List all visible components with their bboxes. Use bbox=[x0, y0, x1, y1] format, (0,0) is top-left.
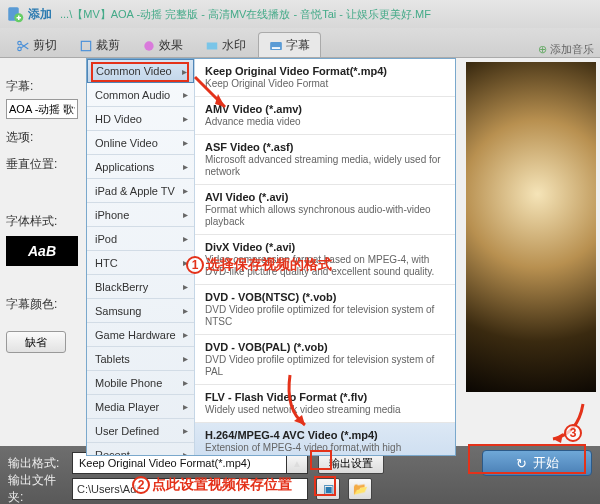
tab-subtitle[interactable]: 字幕 bbox=[258, 32, 321, 57]
format-category-list: Common Video▸Common Audio▸HD Video▸Onlin… bbox=[87, 59, 195, 455]
chevron-right-icon: ▸ bbox=[183, 137, 188, 148]
svg-point-2 bbox=[18, 41, 22, 45]
category-item[interactable]: iPad & Apple TV▸ bbox=[87, 179, 194, 203]
subtitle-label: 字幕: bbox=[6, 78, 78, 95]
category-item[interactable]: iPod▸ bbox=[87, 227, 194, 251]
category-item[interactable]: Samsung▸ bbox=[87, 299, 194, 323]
chevron-right-icon: ▸ bbox=[183, 377, 188, 388]
effect-icon bbox=[142, 39, 156, 53]
plus-music-icon: ⊕ bbox=[538, 43, 547, 56]
format-item[interactable]: AVI Video (*.avi)Format which allows syn… bbox=[195, 185, 455, 235]
subtitle-settings-panel: 字幕: 选项: 垂直位置: 字体样式: AaB 字幕颜色: 缺省 bbox=[0, 58, 84, 446]
chevron-right-icon: ▸ bbox=[183, 281, 188, 292]
category-item[interactable]: HTC▸ bbox=[87, 251, 194, 275]
format-item[interactable]: FLV - Flash Video Format (*.flv)Widely u… bbox=[195, 385, 455, 423]
chevron-right-icon: ▸ bbox=[182, 66, 187, 77]
subtitle-input[interactable] bbox=[6, 99, 78, 119]
category-item[interactable]: Common Audio▸ bbox=[87, 83, 194, 107]
svg-rect-8 bbox=[272, 47, 280, 49]
svg-rect-4 bbox=[81, 41, 90, 50]
font-sample: AaB bbox=[6, 236, 78, 266]
browse-folder-button[interactable]: ▣ bbox=[316, 478, 340, 500]
chevron-right-icon: ▸ bbox=[183, 401, 188, 412]
format-item[interactable]: AMV Video (*.amv)Advance media video bbox=[195, 97, 455, 135]
triangle-up-icon: ▲ bbox=[292, 458, 302, 469]
chevron-right-icon: ▸ bbox=[183, 113, 188, 124]
tab-cut[interactable]: 剪切 bbox=[6, 33, 67, 57]
chevron-right-icon: ▸ bbox=[183, 449, 188, 455]
open-folder-button[interactable]: 📂 bbox=[348, 478, 372, 500]
category-item[interactable]: Mobile Phone▸ bbox=[87, 371, 194, 395]
format-dropdown-panel: Common Video▸Common Audio▸HD Video▸Onlin… bbox=[86, 58, 456, 456]
category-item[interactable]: Game Hardware▸ bbox=[87, 323, 194, 347]
chevron-right-icon: ▸ bbox=[183, 353, 188, 364]
add-file-icon bbox=[6, 5, 24, 23]
subtitle-icon bbox=[269, 39, 283, 53]
tab-watermark[interactable]: 水印 bbox=[195, 33, 256, 57]
output-format-label: 输出格式: bbox=[8, 455, 68, 472]
chevron-right-icon: ▸ bbox=[183, 257, 188, 268]
tab-trim[interactable]: 裁剪 bbox=[69, 33, 130, 57]
titlebar-add-label: 添加 bbox=[28, 6, 52, 23]
default-button[interactable]: 缺省 bbox=[6, 331, 66, 353]
add-music-button[interactable]: ⊕添加音乐 bbox=[532, 42, 600, 57]
svg-point-5 bbox=[144, 41, 153, 50]
format-item[interactable]: DVD - VOB(NTSC) (*.vob)DVD Video profile… bbox=[195, 285, 455, 335]
tab-bar: 剪切 裁剪 效果 水印 字幕 ⊕添加音乐 bbox=[0, 28, 600, 58]
category-item[interactable]: HD Video▸ bbox=[87, 107, 194, 131]
vertical-position-label: 垂直位置: bbox=[6, 156, 78, 173]
video-preview bbox=[466, 62, 596, 392]
svg-rect-6 bbox=[207, 42, 218, 49]
scissors-icon bbox=[16, 39, 30, 53]
chevron-right-icon: ▸ bbox=[183, 329, 188, 340]
option-label: 选项: bbox=[6, 129, 78, 146]
format-item[interactable]: DVD - VOB(PAL) (*.vob)DVD Video profile … bbox=[195, 335, 455, 385]
category-item[interactable]: Tablets▸ bbox=[87, 347, 194, 371]
preview-frame bbox=[466, 62, 596, 392]
watermark-icon bbox=[205, 39, 219, 53]
folder-icon: ▣ bbox=[323, 482, 334, 496]
crop-icon bbox=[79, 39, 93, 53]
category-item[interactable]: Online Video▸ bbox=[87, 131, 194, 155]
category-item[interactable]: Media Player▸ bbox=[87, 395, 194, 419]
fontstyle-label: 字体样式: bbox=[6, 213, 78, 230]
start-button[interactable]: ↻开始 bbox=[482, 450, 592, 476]
chevron-right-icon: ▸ bbox=[183, 161, 188, 172]
fontcolor-label: 字幕颜色: bbox=[6, 296, 78, 313]
category-item[interactable]: iPhone▸ bbox=[87, 203, 194, 227]
category-item[interactable]: Common Video▸ bbox=[87, 59, 194, 83]
format-item[interactable]: DivX Video (*.avi)Video compression form… bbox=[195, 235, 455, 285]
chevron-right-icon: ▸ bbox=[183, 233, 188, 244]
output-folder-label: 输出文件夹: bbox=[8, 472, 68, 504]
open-folder-icon: 📂 bbox=[353, 482, 368, 496]
chevron-right-icon: ▸ bbox=[183, 305, 188, 316]
category-item[interactable]: BlackBerry▸ bbox=[87, 275, 194, 299]
main-area: 字幕: 选项: 垂直位置: 字体样式: AaB 字幕颜色: 缺省 Common … bbox=[0, 58, 600, 446]
format-list: Keep Original Video Format(*.mp4)Keep Or… bbox=[195, 59, 455, 455]
chevron-right-icon: ▸ bbox=[183, 425, 188, 436]
tab-effect[interactable]: 效果 bbox=[132, 33, 193, 57]
svg-point-3 bbox=[18, 47, 22, 51]
titlebar: 添加 ...\【MV】AOA -动摇 完整版 - 高清MV在线播放 - 音悦Ta… bbox=[0, 0, 600, 28]
format-item[interactable]: ASF Video (*.asf)Microsoft advanced stre… bbox=[195, 135, 455, 185]
chevron-right-icon: ▸ bbox=[183, 89, 188, 100]
format-item[interactable]: Keep Original Video Format(*.mp4)Keep Or… bbox=[195, 59, 455, 97]
chevron-right-icon: ▸ bbox=[183, 209, 188, 220]
chevron-right-icon: ▸ bbox=[183, 185, 188, 196]
category-item[interactable]: Recent▸ bbox=[87, 443, 194, 455]
format-item[interactable]: H.264/MPEG-4 AVC Video (*.mp4)Extension … bbox=[195, 423, 455, 455]
refresh-icon: ↻ bbox=[516, 456, 527, 471]
category-item[interactable]: User Defined▸ bbox=[87, 419, 194, 443]
titlebar-filepath: ...\【MV】AOA -动摇 完整版 - 高清MV在线播放 - 音悦Tai -… bbox=[60, 7, 431, 22]
category-item[interactable]: Applications▸ bbox=[87, 155, 194, 179]
output-folder-path[interactable]: C:\Users\Adr bbox=[72, 478, 308, 500]
